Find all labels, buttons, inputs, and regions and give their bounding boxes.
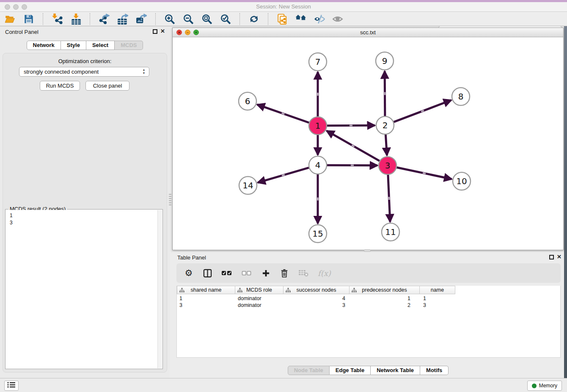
deselect-all-button[interactable] [242, 268, 252, 279]
table-panel-header: Table Panel ✕ [172, 252, 564, 263]
edge-handle[interactable] [388, 197, 390, 200]
toolbar-separator [268, 13, 268, 25]
edge-handle[interactable] [317, 93, 319, 96]
vertical-splitter-handle[interactable] [169, 194, 171, 207]
graph-node-label-9: 9 [382, 56, 388, 66]
column-header-MCDS-role[interactable]: MCDS role [235, 286, 284, 294]
show-details-icon [333, 14, 344, 25]
settings-button[interactable]: ⚙ [184, 268, 193, 279]
float-panel-icon[interactable] [153, 29, 157, 34]
table-panel: Table Panel ✕ ⚙f(x) shared nameMCDS role… [172, 252, 564, 376]
edge-handle[interactable] [351, 165, 354, 166]
list-icon [7, 381, 16, 390]
table-tab-node-table[interactable]: Node Table [288, 366, 330, 375]
zoom-selected-button[interactable] [220, 13, 231, 25]
float-table-panel-icon[interactable] [549, 255, 554, 259]
export-network-button[interactable] [98, 13, 110, 25]
open-session-button[interactable] [4, 13, 16, 25]
column-header-successor-nodes[interactable]: successor nodes [284, 286, 350, 294]
control-tab-style[interactable]: Style [61, 41, 86, 50]
table-row[interactable]: 3dominator323 [177, 302, 455, 309]
table-cell[interactable]: 3 [177, 302, 235, 309]
run-mcds-button[interactable]: Run MCDS [40, 81, 80, 91]
zoom-out-icon [183, 14, 194, 25]
status-bar: Memory [0, 378, 567, 392]
export-table-button[interactable] [117, 13, 129, 25]
criterion-dropdown[interactable]: strongly connected component ▲▼ [19, 67, 149, 77]
zoom-fit-button[interactable] [201, 13, 213, 25]
home-button[interactable] [295, 13, 307, 25]
table-cell[interactable]: dominator [235, 295, 284, 302]
mcds-result-scrollbar[interactable] [157, 210, 162, 368]
graph-node-label-10: 10 [456, 176, 467, 186]
toolbar-separator [90, 13, 90, 25]
close-panel-icon[interactable]: ✕ [160, 28, 165, 34]
select-all-button[interactable] [221, 268, 232, 279]
memory-button[interactable]: Memory [527, 381, 562, 391]
export-image-button[interactable] [135, 13, 147, 25]
control-tab-network[interactable]: Network [27, 41, 61, 50]
edge-handle[interactable] [317, 198, 319, 201]
refresh-layout-button[interactable] [248, 13, 260, 25]
app-title: Session: New Session [0, 3, 567, 10]
table-cell[interactable]: 1 [177, 295, 235, 302]
table-row[interactable]: 1dominator411 [177, 295, 455, 302]
table-tab-network-table[interactable]: Network Table [371, 366, 420, 375]
table-tab-edge-table[interactable]: Edge Table [330, 366, 371, 375]
import-table-icon [70, 14, 81, 25]
mcds-result-text[interactable]: 13 [6, 210, 157, 368]
mcds-result-line: 1 [10, 212, 157, 219]
graph-node-label-4: 4 [315, 160, 321, 170]
table-cell[interactable]: 1 [350, 295, 420, 302]
column-header-shared-name[interactable]: shared name [177, 286, 235, 294]
optimization-criterion-label: Optimization criterion: [0, 58, 170, 64]
table-cell[interactable]: 2 [350, 302, 420, 309]
column-header-predecessor-nodes[interactable]: predecessor nodes [350, 286, 420, 294]
control-panel-header: Control Panel ✕ [0, 26, 170, 37]
import-table-button[interactable] [70, 13, 82, 25]
delete-row-button[interactable] [280, 268, 289, 279]
close-table-panel-icon[interactable]: ✕ [557, 254, 561, 260]
table-cell[interactable]: dominator [235, 302, 284, 309]
table-cell[interactable]: 3 [420, 302, 455, 309]
network-canvas[interactable]: 7968124314101511 [173, 37, 563, 250]
desktop-background-sliver [564, 26, 567, 392]
graph-node-label-1: 1 [315, 121, 321, 131]
table-tab-motifs[interactable]: Motifs [420, 366, 449, 375]
task-history-button[interactable] [4, 381, 19, 391]
control-tab-select[interactable]: Select [86, 41, 115, 50]
toolbar-separator [43, 13, 43, 25]
table-cell[interactable]: 1 [420, 295, 455, 302]
add-row-button[interactable] [261, 268, 270, 279]
edge-handle[interactable] [384, 92, 386, 95]
zoom-in-button[interactable] [164, 13, 176, 25]
open-session-icon [5, 14, 16, 25]
table-panel-title: Table Panel [177, 254, 206, 261]
memory-label: Memory [539, 383, 557, 389]
table-cell[interactable]: 4 [284, 295, 350, 302]
hide-details-button[interactable] [314, 13, 325, 25]
column-header-name[interactable]: name [420, 286, 455, 294]
columns-button[interactable] [203, 268, 212, 279]
zoom-out-button[interactable] [182, 13, 194, 25]
app-titlebar: Session: New Session [0, 2, 567, 12]
toolbar-separator [155, 13, 156, 25]
network-view-window: ✕ − + scc.txt 7968124314101511 [172, 28, 564, 250]
import-network-button[interactable] [51, 13, 63, 25]
control-panel-title: Control Panel [5, 29, 39, 35]
close-panel-button[interactable]: Close panel [85, 81, 129, 91]
graph-edge-2-3[interactable] [385, 135, 387, 155]
column-scope-icon [286, 288, 291, 293]
node-table[interactable]: shared nameMCDS rolesuccessor nodesprede… [176, 286, 561, 358]
save-session-button[interactable] [23, 13, 35, 25]
network-window-titlebar[interactable]: ✕ − + scc.txt [173, 28, 563, 37]
mcds-result-line: 3 [10, 219, 157, 226]
show-details-button[interactable] [332, 13, 344, 25]
clone-network-button[interactable] [276, 13, 288, 25]
zoom-in-icon [164, 14, 175, 25]
criterion-dropdown-value: strongly connected component [24, 69, 99, 75]
edge-handle[interactable] [350, 125, 352, 127]
delete-table-button [298, 268, 308, 279]
table-cell[interactable]: 3 [284, 302, 350, 309]
control-tab-mcds[interactable]: MCDS [115, 41, 143, 50]
